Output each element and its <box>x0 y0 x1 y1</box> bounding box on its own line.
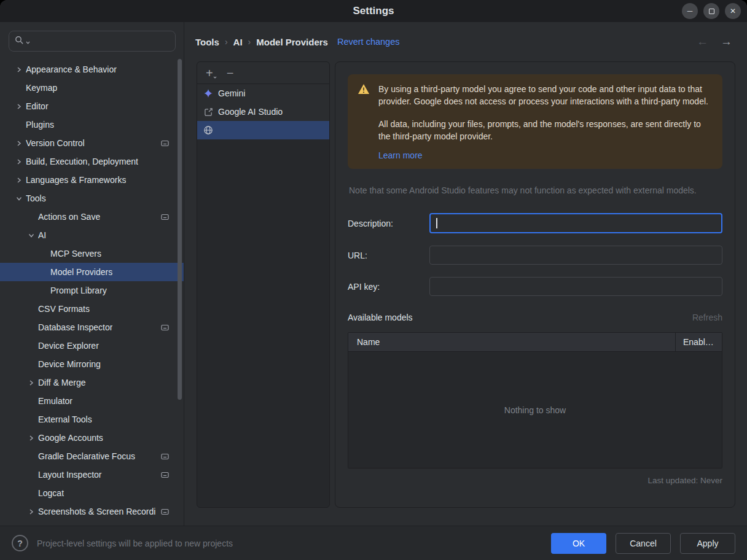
footer-buttons: OK Cancel Apply <box>551 533 735 554</box>
chevron-right-icon[interactable] <box>25 509 38 515</box>
close-button[interactable]: ✕ <box>725 3 741 19</box>
history-nav: ← → <box>697 35 732 49</box>
provider-row-google-ai-studio[interactable]: Google AI Studio <box>197 103 329 121</box>
sidebar-item-external-tools[interactable]: External Tools <box>0 410 184 429</box>
sidebar-item-appearance-behavior[interactable]: Appearance & Behavior <box>0 60 184 79</box>
globe-icon <box>203 125 213 135</box>
sidebar-item-label: Build, Execution, Deployment <box>26 157 138 166</box>
window-controls: ─ ✕ <box>682 3 741 19</box>
sidebar-scrollbar[interactable] <box>178 59 182 400</box>
minimize-button[interactable]: ─ <box>682 3 698 19</box>
third-party-warning-banner: By using a third-party model you agree t… <box>348 74 722 169</box>
search-input[interactable] <box>32 36 170 47</box>
forward-arrow-icon[interactable]: → <box>721 35 732 49</box>
chevron-right-icon[interactable] <box>12 104 26 109</box>
sidebar-item-prompt-library[interactable]: Prompt Library <box>0 281 184 300</box>
revert-changes-link[interactable]: Revert changes <box>337 37 400 47</box>
help-button[interactable]: ? <box>12 535 28 551</box>
breadcrumb-ai[interactable]: AI <box>233 37 243 47</box>
search-box[interactable] <box>9 31 176 52</box>
question-mark-icon: ? <box>17 539 23 548</box>
chevron-right-icon[interactable] <box>25 435 38 441</box>
add-provider-button[interactable]: + <box>206 67 213 79</box>
sidebar-item-languages-frameworks[interactable]: Languages & Frameworks <box>0 171 184 189</box>
chevron-right-icon[interactable] <box>12 67 26 72</box>
warning-text: By using a third-party model you agree t… <box>378 84 713 161</box>
breadcrumb-tools[interactable]: Tools <box>195 37 219 47</box>
search-history-caret-icon[interactable] <box>26 36 30 47</box>
sidebar-item-gradle-declarative-focus[interactable]: Gradle Declarative Focus <box>0 447 184 465</box>
screen-icon <box>161 472 169 478</box>
cancel-button[interactable]: Cancel <box>616 533 671 554</box>
chevron-right-icon[interactable] <box>25 380 38 386</box>
warning-icon <box>358 84 370 161</box>
description-field-row: Description: <box>348 213 722 233</box>
maximize-icon <box>709 9 714 14</box>
maximize-button[interactable] <box>703 3 719 19</box>
url-input[interactable] <box>429 246 722 265</box>
chevron-right-icon[interactable] <box>12 159 26 165</box>
sidebar-item-editor[interactable]: Editor <box>0 97 184 115</box>
sidebar-item-version-control[interactable]: Version Control <box>0 134 184 152</box>
sidebar-item-device-explorer[interactable]: Device Explorer <box>0 336 184 355</box>
sidebar-item-diff-merge[interactable]: Diff & Merge <box>0 373 184 392</box>
provider-row-new[interactable] <box>197 121 329 139</box>
screen-icon <box>161 214 169 220</box>
description-input-wrap <box>429 213 722 233</box>
sidebar-item-label: Prompt Library <box>50 286 107 295</box>
chevron-right-icon[interactable] <box>12 141 26 146</box>
providers-panel: + − Gemini Googl <box>197 61 330 508</box>
sidebar-item-label: Emulator <box>38 396 72 406</box>
sidebar-item-build-execution-deployment[interactable]: Build, Execution, Deployment <box>0 152 184 171</box>
sidebar-item-logcat[interactable]: Logcat <box>0 484 184 502</box>
sidebar-item-csv-formats[interactable]: CSV Formats <box>0 300 184 318</box>
provider-row-gemini[interactable]: Gemini <box>197 84 329 103</box>
titlebar: Settings ─ ✕ <box>0 0 747 22</box>
breadcrumb-model-providers[interactable]: Model Providers <box>256 37 328 47</box>
apply-button[interactable]: Apply <box>680 533 735 554</box>
api-key-label: API key: <box>348 282 429 292</box>
chevron-down-icon[interactable] <box>25 233 38 238</box>
api-key-field-row: API key: <box>348 277 722 296</box>
sidebar-item-label: Plugins <box>26 120 54 130</box>
search-icon <box>15 36 24 47</box>
sidebar-item-keymap[interactable]: Keymap <box>0 79 184 97</box>
sidebar-item-layout-inspector[interactable]: Layout Inspector <box>0 465 184 484</box>
breadcrumb-separator: › <box>248 37 251 47</box>
sidebar-item-label: AI <box>38 230 46 240</box>
external-models-note: Note that some Android Studio features m… <box>349 185 721 195</box>
settings-window: Settings ─ ✕ Appearance & Behavior <box>0 0 747 560</box>
window-title: Settings <box>353 5 394 17</box>
sidebar-item-model-providers[interactable]: Model Providers <box>0 263 184 281</box>
learn-more-link[interactable]: Learn more <box>378 150 423 160</box>
sidebar-item-tools[interactable]: Tools <box>0 189 184 208</box>
sidebar-item-database-inspector[interactable]: Database Inspector <box>0 318 184 336</box>
sidebar-item-screenshots-screen-recording[interactable]: Screenshots & Screen Recordi <box>0 502 184 521</box>
warning-paragraph-2: All data, including your files, prompts,… <box>378 119 713 142</box>
sidebar-item-emulator[interactable]: Emulator <box>0 392 184 410</box>
models-table: Name Enabl… Nothing to show <box>348 332 722 469</box>
screen-icon <box>161 140 169 147</box>
models-table-body: Nothing to show <box>348 352 722 468</box>
back-arrow-icon[interactable]: ← <box>697 35 708 49</box>
api-key-input[interactable] <box>429 277 722 296</box>
sidebar-item-google-accounts[interactable]: Google Accounts <box>0 429 184 447</box>
sidebar-item-label: Tools <box>26 193 46 203</box>
minimize-icon: ─ <box>687 7 693 15</box>
close-icon: ✕ <box>730 7 736 15</box>
providers-toolbar: + − <box>197 62 329 84</box>
chevron-right-icon[interactable] <box>12 177 26 183</box>
sidebar-item-actions-on-save[interactable]: Actions on Save <box>0 208 184 226</box>
sidebar-item-label: CSV Formats <box>38 304 90 314</box>
sidebar-item-mcp-servers[interactable]: MCP Servers <box>0 244 184 263</box>
column-header-name: Name <box>348 333 675 351</box>
ok-button[interactable]: OK <box>551 533 606 554</box>
screen-icon <box>161 508 169 515</box>
sidebar-item-ai[interactable]: AI <box>0 226 184 244</box>
sidebar-item-device-mirroring[interactable]: Device Mirroring <box>0 355 184 373</box>
remove-provider-button[interactable]: − <box>227 67 234 79</box>
description-input[interactable] <box>429 213 722 233</box>
chevron-down-icon[interactable] <box>12 196 26 201</box>
sidebar-item-plugins[interactable]: Plugins <box>0 115 184 134</box>
refresh-button[interactable]: Refresh <box>692 313 722 322</box>
